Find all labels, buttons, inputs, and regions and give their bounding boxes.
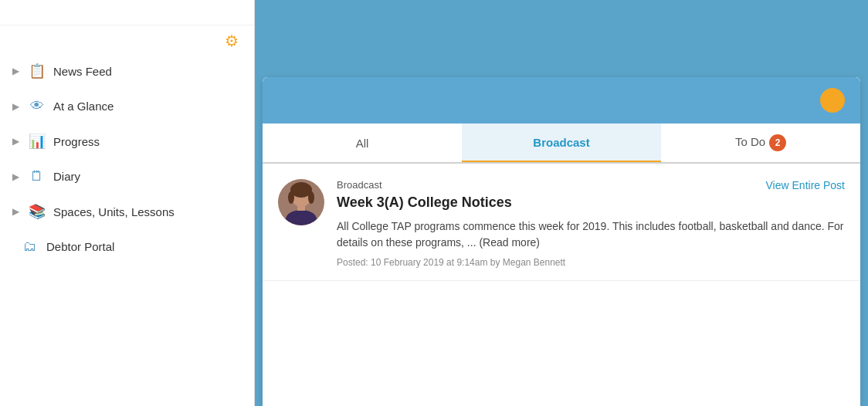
tab-label-broadcast: Broadcast: [533, 136, 589, 149]
sidebar: ⚙ ▶ 📋 News Feed ▶ 👁 At a Glance ▶ 📊 Prog…: [0, 0, 255, 406]
nav-icon-spaces: 📚: [29, 203, 46, 220]
nav-arrow-news-feed: ▶: [12, 66, 19, 76]
sidebar-item-progress[interactable]: ▶ 📊 Progress: [0, 123, 254, 159]
gear-icon[interactable]: ⚙: [225, 32, 239, 50]
nav-label-debtor: Debtor Portal: [46, 240, 114, 253]
tab-broadcast[interactable]: Broadcast: [462, 123, 661, 162]
tab-todo[interactable]: To Do2: [661, 123, 860, 162]
sidebar-gear-row: ⚙: [0, 25, 254, 53]
feed-type: Broadcast: [337, 179, 382, 191]
main-top-bar: [255, 0, 868, 77]
nav-label-progress: Progress: [53, 135, 100, 148]
tab-label-all: All: [356, 137, 369, 150]
tabs-row: AllBroadcastTo Do2: [263, 123, 860, 164]
feed-content: Broadcast View Entire Post Week 3(A) Col…: [263, 164, 860, 406]
feed-title: Week 3(A) College Notices: [337, 195, 845, 211]
sidebar-item-at-a-glance[interactable]: ▶ 👁 At a Glance: [0, 89, 254, 123]
card-header: [263, 77, 860, 123]
nav-label-spaces: Spaces, Units, Lessons: [53, 205, 175, 218]
sidebar-item-debtor[interactable]: 🗂 Debtor Portal: [0, 229, 254, 264]
feed-meta: Posted: 10 February 2019 at 9:14am by Me…: [337, 257, 845, 268]
nav-label-diary: Diary: [53, 170, 80, 183]
svg-point-3: [288, 191, 294, 204]
nav-label-news-feed: News Feed: [53, 65, 112, 78]
feed-body: Broadcast View Entire Post Week 3(A) Col…: [337, 179, 845, 268]
avatar: [278, 179, 324, 225]
notification-circle: [820, 88, 845, 113]
sidebar-item-diary[interactable]: ▶ 🗒 Diary: [0, 159, 254, 194]
tab-all[interactable]: All: [263, 123, 462, 162]
nav-arrow-progress: ▶: [12, 136, 19, 147]
avatar-image: [278, 179, 324, 225]
nav-arrow-spaces: ▶: [12, 206, 19, 217]
sidebar-header: [0, 0, 254, 25]
svg-point-4: [308, 191, 314, 204]
tab-badge-todo: 2: [769, 134, 786, 151]
sidebar-item-spaces[interactable]: ▶ 📚 Spaces, Units, Lessons: [0, 194, 254, 229]
nav-label-at-a-glance: At a Glance: [53, 100, 114, 113]
feed-text: All College TAP programs commence this w…: [337, 218, 845, 251]
nav-arrow-at-a-glance: ▶: [12, 101, 19, 112]
view-entire-post-link[interactable]: View Entire Post: [766, 179, 845, 191]
nav-icon-news-feed: 📋: [29, 63, 46, 80]
nav-arrow-diary: ▶: [12, 171, 19, 182]
sidebar-nav: ▶ 📋 News Feed ▶ 👁 At a Glance ▶ 📊 Progre…: [0, 53, 254, 264]
nav-icon-at-a-glance: 👁: [29, 98, 46, 114]
news-feed-card: AllBroadcastTo Do2 Broadcast View E: [263, 77, 860, 406]
main-content: AllBroadcastTo Do2 Broadcast View E: [255, 0, 868, 406]
feed-top-row: Broadcast View Entire Post: [337, 179, 845, 191]
nav-icon-progress: 📊: [29, 133, 46, 150]
feed-item: Broadcast View Entire Post Week 3(A) Col…: [263, 164, 860, 281]
nav-icon-diary: 🗒: [29, 168, 46, 184]
svg-rect-6: [297, 205, 305, 211]
sidebar-item-news-feed[interactable]: ▶ 📋 News Feed: [0, 53, 254, 89]
nav-icon-debtor: 🗂: [22, 239, 39, 255]
tab-label-todo: To Do: [735, 135, 765, 148]
